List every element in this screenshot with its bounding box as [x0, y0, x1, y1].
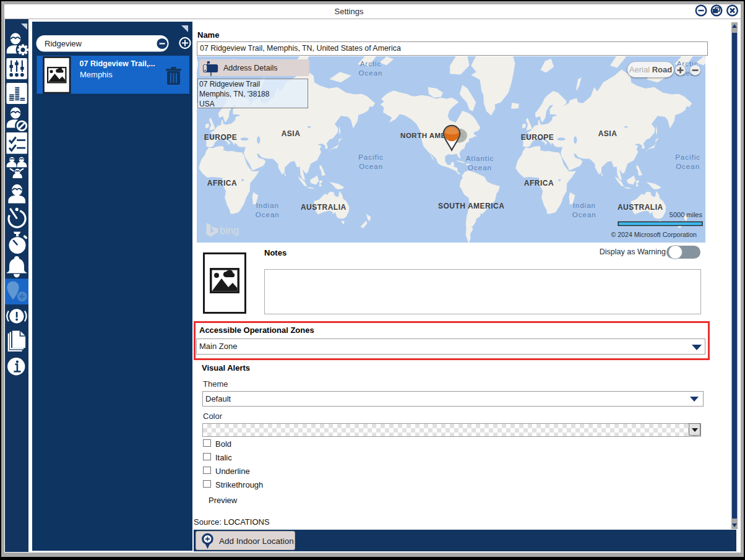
svg-text:Pacific: Pacific — [675, 153, 700, 161]
svg-text:Indian: Indian — [573, 202, 596, 209]
svg-text:Atlantic: Atlantic — [466, 155, 494, 162]
svg-text:AUSTRALIA: AUSTRALIA — [618, 203, 663, 212]
svg-text:© 2024 Microsoft Corporation: © 2024 Microsoft Corporation — [611, 231, 697, 238]
svg-text:Ocean: Ocean — [256, 211, 280, 218]
svg-text:Ocean: Ocean — [359, 163, 383, 170]
svg-text:AFRICA: AFRICA — [207, 179, 237, 187]
svg-text:Ocean: Ocean — [676, 163, 700, 170]
svg-text:EUROPE: EUROPE — [204, 133, 238, 142]
svg-text:5000 miles: 5000 miles — [670, 211, 703, 218]
svg-text:Ocean: Ocean — [468, 164, 492, 171]
svg-text:ASIA: ASIA — [598, 129, 618, 138]
svg-text:Indian: Indian — [256, 202, 279, 209]
svg-text:AUSTRALIA: AUSTRALIA — [301, 203, 347, 212]
svg-text:Ocean: Ocean — [572, 211, 596, 218]
svg-text:ASIA: ASIA — [282, 129, 301, 138]
svg-text:07 Ridgeview Trail,...: 07 Ridgeview Trail,... — [80, 59, 155, 68]
svg-text:Memphis: Memphis — [80, 70, 113, 79]
svg-text:Ocean: Ocean — [359, 69, 383, 77]
svg-text:EUROPE: EUROPE — [521, 133, 554, 142]
svg-text:SOUTH AMERICA: SOUTH AMERICA — [438, 202, 504, 210]
svg-text:Ridgeview: Ridgeview — [45, 39, 82, 48]
svg-text:bing: bing — [220, 225, 239, 236]
svg-text:AFRICA: AFRICA — [524, 179, 554, 187]
svg-text:Pacific: Pacific — [358, 153, 384, 161]
svg-text:Arctic: Arctic — [360, 60, 382, 67]
